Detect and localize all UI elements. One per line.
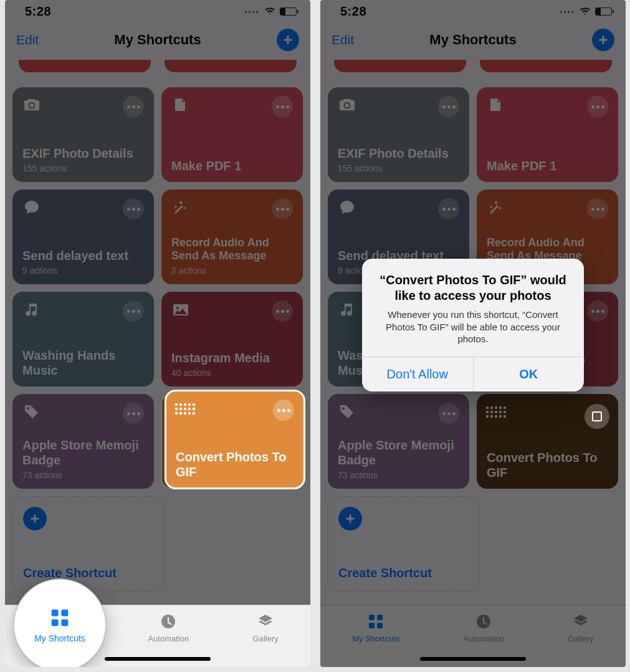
grid-icon <box>176 400 194 418</box>
grid4-icon <box>49 607 70 628</box>
tab-gallery[interactable]: Gallery <box>253 613 279 667</box>
home-indicator <box>105 657 211 661</box>
shortcut-name: Convert Photos To GIF <box>176 449 294 479</box>
alert-message: Whenever you run this shortcut, “Convert… <box>375 309 571 345</box>
stop-icon <box>592 411 602 421</box>
stop-button[interactable] <box>585 404 609 429</box>
tab-label: Gallery <box>253 634 279 643</box>
screenshot-left: 5:28 •••• Edit My Shortcuts EXIF Photo D… <box>5 0 310 667</box>
dim-overlay <box>5 0 310 667</box>
alert-ok-button[interactable]: OK <box>473 357 585 391</box>
screenshot-right: 5:28 •••• Edit My Shortcuts EXIF Photo D… <box>320 0 626 667</box>
tab-my-shortcuts-highlight[interactable]: My Shortcuts <box>14 580 105 667</box>
tab-label: My Shortcuts <box>34 633 85 643</box>
alert-title: “Convert Photos To GIF” would like to ac… <box>375 272 571 304</box>
alert-dont-allow-button[interactable]: Don't Allow <box>362 357 473 391</box>
shortcut-card-convert-gif-highlight[interactable]: Convert Photos To GIF <box>166 391 304 488</box>
more-button[interactable] <box>273 400 294 421</box>
clock-icon <box>160 613 177 630</box>
layers-icon <box>257 613 274 630</box>
tab-label: Automation <box>148 634 189 643</box>
permission-alert: “Convert Photos To GIF” would like to ac… <box>362 259 584 391</box>
